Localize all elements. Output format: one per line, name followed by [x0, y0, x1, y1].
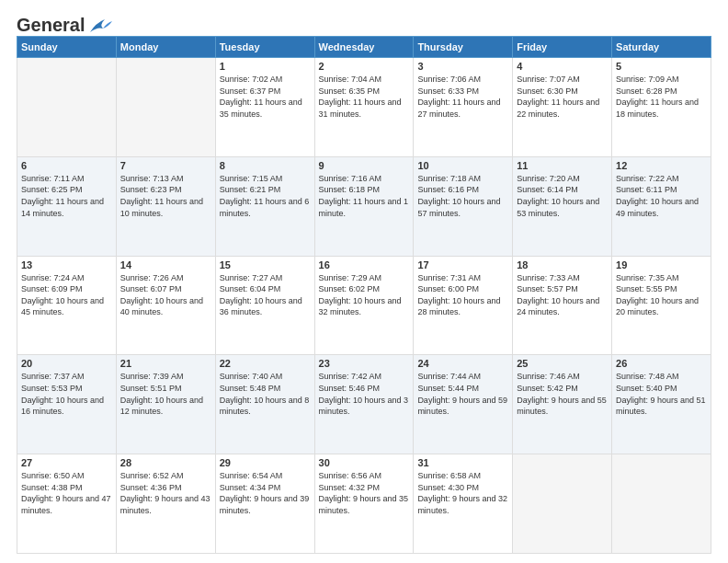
day-number: 18: [517, 259, 608, 270]
cell-details: Sunrise: 7:35 AMSunset: 5:55 PMDaylight:…: [616, 272, 707, 318]
day-number: 7: [120, 160, 211, 171]
day-number: 5: [616, 61, 707, 72]
cell-details: Sunrise: 7:48 AMSunset: 5:40 PMDaylight:…: [616, 371, 707, 417]
day-number: 22: [220, 358, 311, 369]
calendar-cell: 30Sunrise: 6:56 AMSunset: 4:32 PMDayligh…: [314, 454, 414, 554]
cell-details: Sunrise: 6:50 AMSunset: 4:38 PMDaylight:…: [21, 470, 112, 516]
cell-details: Sunrise: 7:22 AMSunset: 6:11 PMDaylight:…: [616, 173, 707, 219]
calendar-cell: 27Sunrise: 6:50 AMSunset: 4:38 PMDayligh…: [17, 454, 117, 554]
day-number: 26: [616, 358, 707, 369]
calendar-cell: 26Sunrise: 7:48 AMSunset: 5:40 PMDayligh…: [612, 355, 711, 454]
calendar-week-row: 27Sunrise: 6:50 AMSunset: 4:38 PMDayligh…: [17, 454, 711, 554]
day-number: 13: [21, 259, 112, 270]
calendar-cell: 12Sunrise: 7:22 AMSunset: 6:11 PMDayligh…: [612, 156, 711, 256]
cell-details: Sunrise: 7:13 AMSunset: 6:23 PMDaylight:…: [120, 173, 211, 219]
cell-details: Sunrise: 7:39 AMSunset: 5:51 PMDaylight:…: [120, 371, 211, 417]
weekday-header: Saturday: [612, 37, 711, 58]
day-number: 4: [517, 61, 608, 72]
cell-details: Sunrise: 7:15 AMSunset: 6:21 PMDaylight:…: [220, 173, 311, 219]
weekday-header: Monday: [116, 37, 215, 58]
calendar-cell: [17, 58, 117, 157]
cell-details: Sunrise: 7:33 AMSunset: 5:57 PMDaylight:…: [517, 272, 608, 318]
day-number: 21: [120, 358, 211, 369]
cell-details: Sunrise: 7:02 AMSunset: 6:37 PMDaylight:…: [220, 74, 311, 120]
weekday-header: Tuesday: [215, 37, 314, 58]
calendar-cell: 25Sunrise: 7:46 AMSunset: 5:42 PMDayligh…: [513, 355, 612, 454]
day-number: 28: [120, 457, 211, 468]
calendar-cell: 16Sunrise: 7:29 AMSunset: 6:02 PMDayligh…: [314, 256, 414, 355]
calendar-week-row: 6Sunrise: 7:11 AMSunset: 6:25 PMDaylight…: [17, 156, 711, 256]
cell-details: Sunrise: 7:27 AMSunset: 6:04 PMDaylight:…: [220, 272, 311, 318]
day-number: 25: [517, 358, 608, 369]
calendar-cell: 4Sunrise: 7:07 AMSunset: 6:30 PMDaylight…: [513, 58, 612, 157]
day-number: 23: [319, 358, 410, 369]
calendar-cell: 23Sunrise: 7:42 AMSunset: 5:46 PMDayligh…: [314, 355, 414, 454]
day-number: 20: [21, 358, 112, 369]
cell-details: Sunrise: 7:20 AMSunset: 6:14 PMDaylight:…: [517, 173, 608, 219]
calendar-cell: 3Sunrise: 7:06 AMSunset: 6:33 PMDaylight…: [414, 58, 513, 157]
calendar-cell: 6Sunrise: 7:11 AMSunset: 6:25 PMDaylight…: [17, 156, 117, 256]
cell-details: Sunrise: 7:09 AMSunset: 6:28 PMDaylight:…: [616, 74, 707, 120]
calendar-cell: [513, 454, 612, 554]
day-number: 11: [517, 160, 608, 171]
day-number: 31: [417, 457, 508, 468]
day-number: 9: [319, 160, 410, 171]
calendar-cell: 20Sunrise: 7:37 AMSunset: 5:53 PMDayligh…: [17, 355, 117, 454]
cell-details: Sunrise: 7:46 AMSunset: 5:42 PMDaylight:…: [517, 371, 608, 417]
day-number: 16: [319, 259, 410, 270]
calendar-cell: 1Sunrise: 7:02 AMSunset: 6:37 PMDaylight…: [215, 58, 314, 157]
day-number: 3: [417, 61, 508, 72]
calendar-cell: 31Sunrise: 6:58 AMSunset: 4:30 PMDayligh…: [414, 454, 513, 554]
day-number: 17: [417, 259, 508, 270]
cell-details: Sunrise: 7:07 AMSunset: 6:30 PMDaylight:…: [517, 74, 608, 120]
day-number: 19: [616, 259, 707, 270]
calendar-week-row: 13Sunrise: 7:24 AMSunset: 6:09 PMDayligh…: [17, 256, 711, 355]
calendar-cell: 17Sunrise: 7:31 AMSunset: 6:00 PMDayligh…: [414, 256, 513, 355]
calendar-table: SundayMondayTuesdayWednesdayThursdayFrid…: [17, 36, 711, 554]
calendar-cell: 7Sunrise: 7:13 AMSunset: 6:23 PMDaylight…: [116, 156, 215, 256]
calendar-week-row: 1Sunrise: 7:02 AMSunset: 6:37 PMDaylight…: [17, 58, 711, 157]
day-number: 24: [417, 358, 508, 369]
calendar-cell: 11Sunrise: 7:20 AMSunset: 6:14 PMDayligh…: [513, 156, 612, 256]
calendar-cell: 14Sunrise: 7:26 AMSunset: 6:07 PMDayligh…: [116, 256, 215, 355]
calendar-cell: 5Sunrise: 7:09 AMSunset: 6:28 PMDaylight…: [612, 58, 711, 157]
day-number: 12: [616, 160, 707, 171]
cell-details: Sunrise: 7:16 AMSunset: 6:18 PMDaylight:…: [319, 173, 410, 219]
calendar-cell: 29Sunrise: 6:54 AMSunset: 4:34 PMDayligh…: [215, 454, 314, 554]
weekday-header-row: SundayMondayTuesdayWednesdayThursdayFrid…: [17, 37, 711, 58]
cell-details: Sunrise: 7:44 AMSunset: 5:44 PMDaylight:…: [417, 371, 508, 417]
header: General: [17, 15, 711, 29]
calendar-cell: 2Sunrise: 7:04 AMSunset: 6:35 PMDaylight…: [314, 58, 414, 157]
calendar-cell: 18Sunrise: 7:33 AMSunset: 5:57 PMDayligh…: [513, 256, 612, 355]
calendar-cell: 8Sunrise: 7:15 AMSunset: 6:21 PMDaylight…: [215, 156, 314, 256]
logo-general: General: [17, 15, 85, 36]
cell-details: Sunrise: 7:31 AMSunset: 6:00 PMDaylight:…: [417, 272, 508, 318]
day-number: 2: [319, 61, 410, 72]
day-number: 30: [319, 457, 410, 468]
calendar-cell: 28Sunrise: 6:52 AMSunset: 4:36 PMDayligh…: [116, 454, 215, 554]
cell-details: Sunrise: 7:18 AMSunset: 6:16 PMDaylight:…: [417, 173, 508, 219]
weekday-header: Sunday: [17, 37, 117, 58]
weekday-header: Friday: [513, 37, 612, 58]
weekday-header: Wednesday: [314, 37, 414, 58]
cell-details: Sunrise: 7:24 AMSunset: 6:09 PMDaylight:…: [21, 272, 112, 318]
day-number: 14: [120, 259, 211, 270]
logo: General: [17, 15, 114, 29]
cell-details: Sunrise: 7:11 AMSunset: 6:25 PMDaylight:…: [21, 173, 112, 219]
logo-bird-icon: [86, 16, 114, 36]
cell-details: Sunrise: 7:26 AMSunset: 6:07 PMDaylight:…: [120, 272, 211, 318]
page: General SundayMondayTuesdayWednesdayThur…: [0, 0, 728, 563]
calendar-cell: 19Sunrise: 7:35 AMSunset: 5:55 PMDayligh…: [612, 256, 711, 355]
cell-details: Sunrise: 6:52 AMSunset: 4:36 PMDaylight:…: [120, 470, 211, 516]
cell-details: Sunrise: 7:37 AMSunset: 5:53 PMDaylight:…: [21, 371, 112, 417]
cell-details: Sunrise: 7:42 AMSunset: 5:46 PMDaylight:…: [319, 371, 410, 417]
calendar-cell: 15Sunrise: 7:27 AMSunset: 6:04 PMDayligh…: [215, 256, 314, 355]
calendar-cell: 21Sunrise: 7:39 AMSunset: 5:51 PMDayligh…: [116, 355, 215, 454]
calendar-cell: 10Sunrise: 7:18 AMSunset: 6:16 PMDayligh…: [414, 156, 513, 256]
calendar-cell: 22Sunrise: 7:40 AMSunset: 5:48 PMDayligh…: [215, 355, 314, 454]
calendar-cell: 9Sunrise: 7:16 AMSunset: 6:18 PMDaylight…: [314, 156, 414, 256]
cell-details: Sunrise: 7:06 AMSunset: 6:33 PMDaylight:…: [417, 74, 508, 120]
cell-details: Sunrise: 7:04 AMSunset: 6:35 PMDaylight:…: [319, 74, 410, 120]
calendar-cell: [116, 58, 215, 157]
cell-details: Sunrise: 7:40 AMSunset: 5:48 PMDaylight:…: [220, 371, 311, 417]
